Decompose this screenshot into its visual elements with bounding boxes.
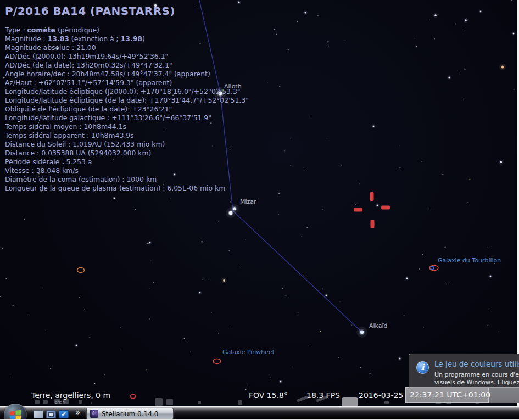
star bbox=[488, 309, 489, 310]
star bbox=[290, 165, 291, 166]
status-location: Terre, argelliers, 0 m bbox=[31, 388, 110, 403]
notification-line-2: visuels de Windows. Cliquez ic bbox=[434, 379, 519, 387]
star bbox=[201, 241, 202, 242]
star bbox=[267, 83, 268, 83]
galaxy-marker[interactable] bbox=[77, 268, 85, 273]
star bbox=[465, 19, 467, 21]
star bbox=[311, 346, 312, 347]
taskbar-button-stellarium[interactable]: ☾ Stellarium 0.14.0 bbox=[86, 408, 174, 419]
galaxy-marker[interactable] bbox=[213, 359, 221, 364]
sky-label-galaxie-pinwheel[interactable]: Galaxie Pinwheel bbox=[222, 349, 274, 356]
star bbox=[406, 277, 408, 279]
info-line: Diamètre de la coma (estimation) : 1000 … bbox=[5, 175, 249, 184]
star bbox=[135, 209, 136, 210]
star bbox=[6, 278, 7, 279]
info-line: Longitude/latitude galactique : +111°33'… bbox=[5, 114, 249, 122]
quick-launch-check-icon[interactable]: ✔ bbox=[59, 410, 69, 418]
star bbox=[322, 209, 323, 210]
star bbox=[0, 296, 1, 297]
star bbox=[340, 301, 341, 302]
selection-marker-bar bbox=[370, 192, 374, 201]
selection-marker-bar bbox=[381, 206, 390, 210]
star bbox=[301, 236, 302, 237]
star bbox=[274, 29, 275, 30]
star bbox=[153, 282, 154, 283]
start-button[interactable] bbox=[4, 404, 27, 420]
star bbox=[303, 275, 304, 276]
star bbox=[89, 337, 90, 338]
star bbox=[360, 367, 361, 368]
star bbox=[399, 357, 400, 359]
info-line: Vitesse : 38.048 km/s bbox=[5, 166, 249, 175]
star bbox=[298, 312, 299, 313]
star bbox=[149, 242, 151, 244]
status-date: 2016-03-25 bbox=[359, 388, 403, 403]
taskbar: ✔ » ☾ Stellarium 0.14.0 bbox=[0, 406, 519, 420]
star bbox=[211, 312, 212, 312]
quick-launch-overflow-chevron[interactable]: » bbox=[75, 408, 80, 417]
sky-label-alkaid[interactable]: Alkaïd bbox=[369, 322, 388, 329]
star bbox=[247, 385, 248, 385]
star bbox=[320, 331, 321, 332]
star bbox=[369, 373, 370, 374]
star bbox=[104, 374, 105, 375]
star bbox=[245, 239, 246, 240]
info-line: Longueur de la queue de plasma (estimati… bbox=[5, 184, 249, 193]
star bbox=[434, 38, 436, 40]
star bbox=[434, 14, 437, 16]
star bbox=[2, 248, 3, 249]
star bbox=[341, 165, 341, 166]
star bbox=[288, 49, 289, 50]
star bbox=[429, 19, 430, 20]
info-line: Type : comète (périodique) bbox=[5, 26, 249, 35]
notification-body: Un programme en cours d'exé visuels de W… bbox=[434, 371, 519, 386]
star bbox=[421, 161, 422, 162]
star bbox=[306, 227, 308, 228]
stellarium-app: P/2016 BA14 (PANSTARRS) Type : comète (p… bbox=[0, 0, 519, 420]
star bbox=[24, 219, 25, 220]
star bbox=[399, 167, 400, 168]
info-line: Temps sidéral apparent : 10h8m43.9s bbox=[5, 131, 249, 140]
star bbox=[487, 325, 488, 326]
star bbox=[377, 205, 378, 206]
show-desktop-icon[interactable] bbox=[34, 410, 43, 418]
bright-star[interactable] bbox=[233, 207, 236, 210]
info-line: Distance du Soleil : 1.019AU (152.433 mi… bbox=[5, 140, 249, 149]
star bbox=[284, 150, 285, 152]
star bbox=[498, 331, 499, 332]
object-title: P/2016 BA14 (PANSTARRS) bbox=[5, 4, 249, 18]
star bbox=[292, 367, 293, 367]
star bbox=[464, 30, 464, 31]
info-line: Temps sidéral moyen : 10h8m44.1s bbox=[5, 122, 249, 131]
star bbox=[326, 46, 327, 46]
star bbox=[430, 209, 431, 209]
star bbox=[230, 328, 230, 329]
star bbox=[203, 279, 203, 280]
info-line: AD/Déc (de la date): 13h20m0.32s/+49°47'… bbox=[5, 61, 249, 70]
window-switcher-icon[interactable] bbox=[46, 410, 56, 418]
star bbox=[469, 179, 471, 181]
status-time: 22:37:21 UTC+01:00 bbox=[410, 387, 490, 403]
star bbox=[45, 330, 46, 331]
info-line: Obliquité de l'écliptique (de la date): … bbox=[5, 105, 249, 114]
taskbar-button-label: Stellarium 0.14.0 bbox=[102, 410, 158, 418]
info-line: Distance : 0.035388 UA (5294032.000 km) bbox=[5, 149, 249, 158]
star bbox=[228, 250, 230, 251]
star bbox=[241, 267, 241, 268]
galaxy-core-marker bbox=[431, 266, 434, 269]
star bbox=[190, 351, 191, 352]
star bbox=[199, 292, 201, 294]
bright-star[interactable] bbox=[360, 331, 364, 334]
window-edge-strip bbox=[517, 0, 519, 407]
star bbox=[271, 377, 272, 378]
info-line: Az/Haut : +62°07'51.1"/+57°14'59.3" (app… bbox=[5, 79, 249, 87]
sky-label-mizar[interactable]: Mizar bbox=[240, 198, 256, 205]
star bbox=[442, 174, 443, 175]
star bbox=[218, 333, 219, 333]
star bbox=[122, 349, 122, 349]
star bbox=[404, 315, 405, 316]
notification-balloon[interactable]: i Le jeu de couleurs utilis Un programme… bbox=[409, 354, 519, 388]
star bbox=[149, 288, 150, 289]
sky-label-galaxie-du-tourbillon[interactable]: Galaxie du Tourbillon bbox=[438, 257, 501, 264]
stellarium-icon: ☾ bbox=[90, 410, 98, 418]
